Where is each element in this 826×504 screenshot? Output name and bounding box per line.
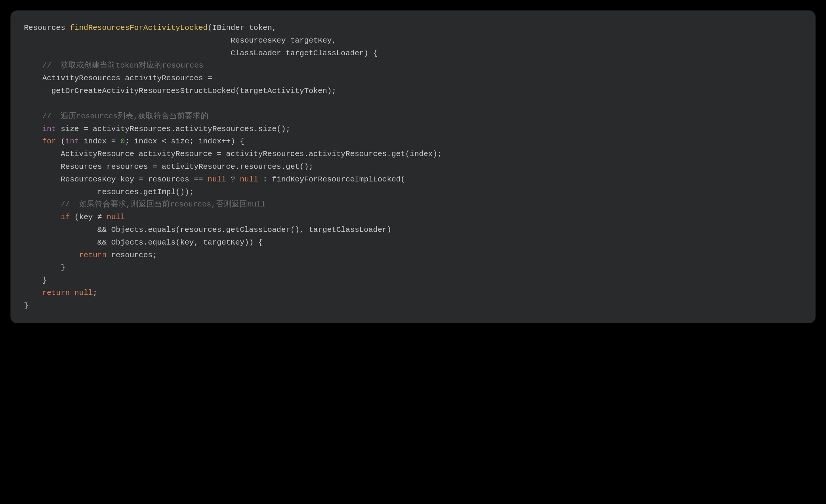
code-token: null [106, 213, 125, 221]
code-token: resources.getImpl()); [24, 188, 194, 196]
code-token: return [79, 251, 107, 259]
code-token: int [42, 125, 56, 133]
code-token: // 如果符合要求,则返回当前resources,否则返回null [24, 200, 266, 209]
code-token: ? [226, 175, 240, 184]
code-token: int [65, 137, 79, 146]
code-panel: Resources findResourcesForActivityLocked… [10, 10, 816, 323]
code-token: ( [56, 137, 65, 146]
code-token: ActivityResource activityResource = acti… [24, 150, 442, 158]
code-token: Resources [24, 24, 70, 32]
code-token: // 遍历resources列表,获取符合当前要求的 [24, 112, 208, 121]
code-token: if [60, 213, 70, 221]
code-token: 0 [120, 137, 125, 146]
code-token: return [42, 289, 70, 297]
code-block: Resources findResourcesForActivityLocked… [24, 22, 802, 312]
code-token: null [240, 175, 258, 184]
code-token: size = activityResources.activityResourc… [56, 125, 290, 133]
code-token: Resources resources = activityResource.r… [24, 162, 313, 171]
code-token: && Objects.equals(resources.getClassLoad… [24, 225, 391, 234]
code-token: ActivityResources activityResources = [24, 74, 212, 83]
code-token [24, 251, 79, 259]
code-token: getOrCreateActivityResourcesStructLocked… [24, 87, 336, 95]
code-token: ResourcesKey key = resources == [24, 175, 208, 184]
code-token: null [208, 175, 226, 184]
code-token [70, 289, 74, 297]
code-token: resources; [106, 251, 157, 259]
code-token: null [74, 289, 93, 297]
code-token: : findKeyForResourceImplLocked( [258, 175, 405, 184]
code-token [24, 125, 42, 133]
code-token: findResourcesForActivityLocked [70, 24, 208, 32]
code-token [24, 213, 60, 221]
code-token [24, 137, 42, 146]
code-token: } [24, 263, 65, 272]
code-token: } [24, 276, 47, 284]
code-token: ClassLoader targetClassLoader) { [24, 49, 378, 57]
code-token: ; index < size; index++) { [125, 137, 245, 146]
code-token: (IBinder token, [208, 24, 277, 32]
code-token [24, 289, 42, 297]
code-token: ResourcesKey targetKey, [24, 36, 336, 45]
code-token: // 获取或创建当前token对应的resources [24, 61, 204, 70]
code-token: (key ≠ [70, 213, 106, 221]
code-token: index = [79, 137, 121, 146]
code-token: for [42, 137, 56, 146]
code-token: && Objects.equals(key, targetKey)) { [24, 238, 263, 247]
code-token: } [24, 301, 28, 310]
code-token: ; [93, 289, 97, 297]
